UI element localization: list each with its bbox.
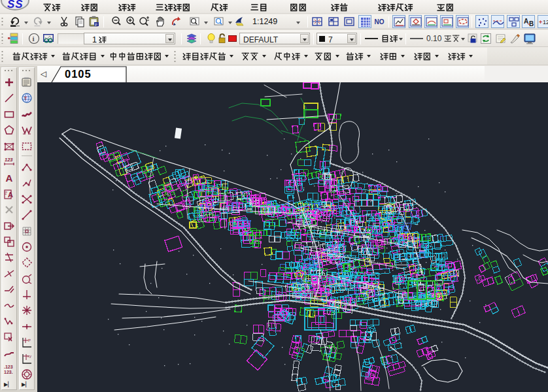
svg-text:123: 123 bbox=[5, 157, 13, 163]
svg-text:A: A bbox=[524, 18, 528, 25]
svg-text:NO: NO bbox=[375, 18, 385, 25]
svg-text:A: A bbox=[8, 191, 13, 199]
svg-text:.123: .123 bbox=[4, 365, 13, 369]
svg-text:P: P bbox=[95, 23, 97, 27]
svg-text:123: 123 bbox=[543, 19, 548, 25]
svg-text:+: + bbox=[539, 19, 542, 25]
svg-text:A: A bbox=[6, 172, 13, 184]
svg-text:P: P bbox=[28, 338, 31, 342]
svg-text:B: B bbox=[529, 20, 534, 27]
svg-text:T: T bbox=[24, 96, 27, 101]
svg-text:123.: 123. bbox=[4, 370, 13, 374]
svg-text:i: i bbox=[33, 35, 35, 42]
svg-text:xy: xy bbox=[27, 354, 31, 358]
